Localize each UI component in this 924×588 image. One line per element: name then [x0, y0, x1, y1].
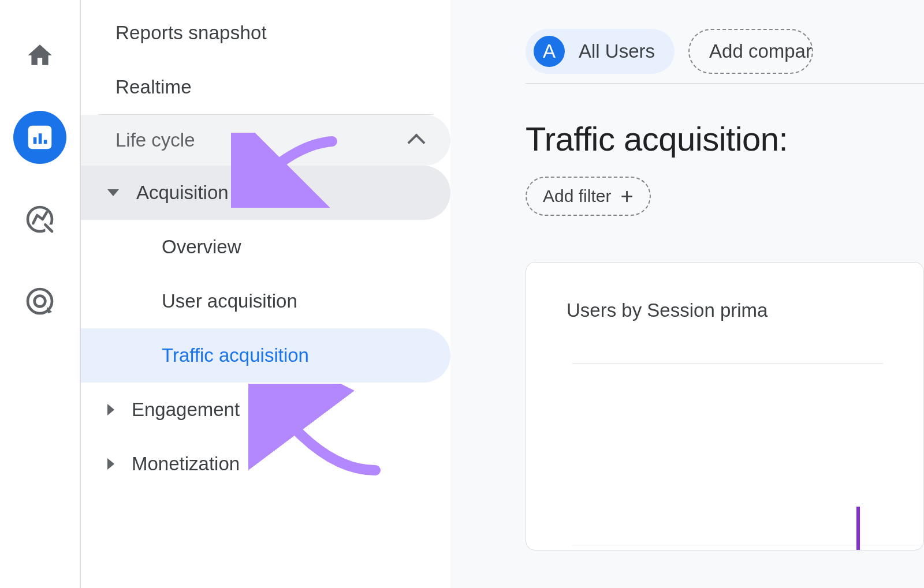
- add-filter-label: Add filter: [543, 186, 611, 206]
- nav-acquisition[interactable]: Acquisition: [81, 166, 450, 220]
- nav-reports-snapshot[interactable]: Reports snapshot: [81, 6, 450, 60]
- chart-card: Users by Session prima: [526, 262, 924, 550]
- divider: [526, 83, 924, 84]
- nav-section-life-cycle[interactable]: Life cycle: [81, 115, 450, 166]
- nav-user-acquisition[interactable]: User acquisition: [81, 274, 450, 328]
- svg-rect-1: [33, 137, 37, 144]
- nav-label: Life cycle: [116, 129, 195, 151]
- content-area: A All Users Add compar Traffic acquisiti…: [450, 0, 924, 588]
- nav-label: Acquisition: [136, 182, 229, 204]
- nav-label: Monetization: [132, 453, 240, 475]
- nav-monetization[interactable]: Monetization: [81, 437, 450, 491]
- chart-title: Users by Session prima: [567, 299, 883, 321]
- reports-icon[interactable]: [13, 111, 66, 164]
- chart-gridline: [572, 545, 923, 545]
- chart-data-spike: [856, 507, 860, 550]
- reports-nav: Reports snapshot Realtime Life cycle Acq…: [81, 0, 450, 588]
- caret-down-icon: [107, 189, 119, 196]
- segment-badge: A: [534, 36, 565, 67]
- home-icon[interactable]: [13, 29, 66, 82]
- svg-rect-3: [44, 140, 47, 144]
- segment-chip-all-users[interactable]: A All Users: [526, 29, 675, 74]
- nav-label: Reports snapshot: [116, 22, 267, 44]
- nav-label: Traffic acquisition: [162, 344, 309, 366]
- nav-label: Engagement: [132, 399, 240, 421]
- divider: [572, 363, 883, 364]
- add-filter-button[interactable]: Add filter +: [526, 177, 651, 216]
- nav-label: Overview: [162, 236, 241, 258]
- nav-overview[interactable]: Overview: [81, 220, 450, 274]
- add-comparison-chip[interactable]: Add compar: [688, 29, 813, 74]
- chevron-up-icon: [407, 133, 425, 151]
- page-title: Traffic acquisition:: [526, 119, 924, 158]
- nav-label: Realtime: [116, 76, 192, 98]
- caret-right-icon: [107, 404, 114, 415]
- explore-icon[interactable]: [13, 193, 66, 246]
- segment-label: All Users: [579, 40, 655, 62]
- plus-icon: +: [620, 185, 633, 207]
- caret-right-icon: [107, 458, 114, 470]
- nav-rail: [0, 0, 81, 588]
- nav-realtime[interactable]: Realtime: [81, 60, 450, 114]
- nav-label: User acquisition: [162, 290, 297, 312]
- comparison-chips: A All Users Add compar: [526, 29, 924, 74]
- svg-rect-2: [39, 133, 42, 144]
- advertising-icon[interactable]: [13, 275, 66, 328]
- nav-engagement[interactable]: Engagement: [81, 383, 450, 437]
- add-comparison-label: Add compar: [709, 40, 812, 62]
- nav-traffic-acquisition[interactable]: Traffic acquisition: [81, 328, 450, 383]
- svg-point-7: [35, 296, 46, 307]
